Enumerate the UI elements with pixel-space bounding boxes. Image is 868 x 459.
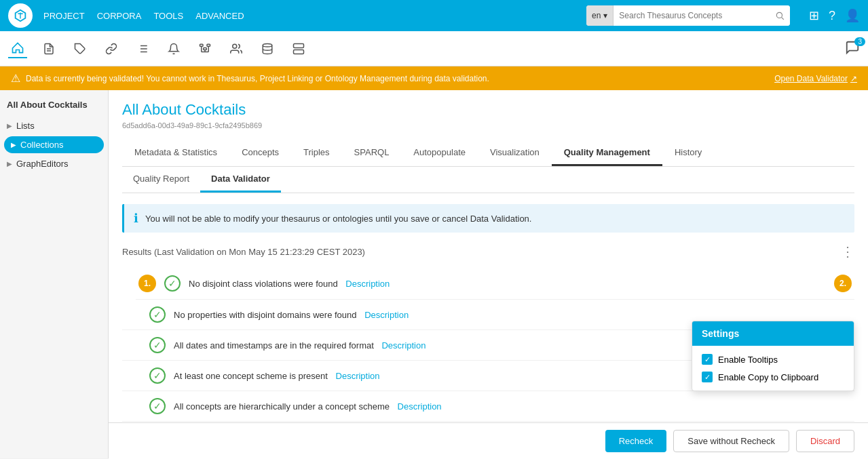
tab-quality-management[interactable]: Quality Management xyxy=(552,140,662,166)
sub-tabs: Quality Report Data Validator xyxy=(122,167,854,193)
main-tabs: Metadata & Statistics Concepts Triples S… xyxy=(122,140,854,167)
save-without-recheck-button[interactable]: Save without Recheck xyxy=(673,430,789,452)
tag-toolbar-icon[interactable] xyxy=(71,39,90,58)
svg-rect-20 xyxy=(294,43,304,47)
database-toolbar-icon[interactable] xyxy=(258,39,277,58)
step-badge-2: 2. xyxy=(834,275,852,292)
discard-button[interactable]: Discard xyxy=(796,430,854,452)
validation-item-5: ✓ All concepts are hierarchically under … xyxy=(122,391,854,422)
warning-icon: ⚠ xyxy=(11,72,20,85)
info-icon: ℹ xyxy=(134,211,138,226)
enable-clipboard-label: Enable Copy to Clipboard xyxy=(718,372,818,382)
description-link-3[interactable]: Description xyxy=(381,340,426,351)
tab-triples[interactable]: Triples xyxy=(291,140,342,166)
settings-popup: Settings ✓ Enable Tooltips ✓ Enable Copy… xyxy=(692,321,854,391)
secondary-toolbar: 3 xyxy=(0,31,868,66)
recheck-button[interactable]: Recheck xyxy=(605,430,667,452)
top-nav-icons: ⊞ ? 👤 xyxy=(809,8,860,23)
server-toolbar-icon[interactable] xyxy=(289,39,308,58)
user-profile-icon[interactable]: 👤 xyxy=(845,8,860,23)
nav-menu: PROJECT CORPORA TOOLS ADVANCED xyxy=(43,11,244,21)
sub-tab-data-validator[interactable]: Data Validator xyxy=(200,167,281,193)
chat-notification-badge: 3 xyxy=(854,37,865,46)
chevron-right-icon: ▶ xyxy=(7,122,12,129)
tab-metadata-statistics[interactable]: Metadata & Statistics xyxy=(122,140,229,166)
lang-label: en xyxy=(592,11,601,20)
bottom-action-bar: Recheck Save without Recheck Discard xyxy=(109,422,868,458)
sidebar-item-grapheditors[interactable]: ▶ GraphEditors xyxy=(0,155,108,173)
page-title: All About Cocktails xyxy=(122,101,854,119)
user-mgmt-toolbar-icon[interactable] xyxy=(227,39,246,58)
tab-sparql[interactable]: SPARQL xyxy=(342,140,402,166)
app-logo[interactable] xyxy=(8,3,33,28)
svg-rect-12 xyxy=(207,44,210,46)
validation-text-2: No properties with disjoint domains were… xyxy=(174,310,409,320)
svg-rect-21 xyxy=(294,49,304,54)
info-box: ℹ You will not be able to modify your th… xyxy=(122,204,854,233)
nav-tools[interactable]: TOOLS xyxy=(153,11,183,21)
svg-rect-11 xyxy=(200,44,204,46)
top-navigation: PROJECT CORPORA TOOLS ADVANCED en ▾ ⊞ ? … xyxy=(0,0,868,31)
main-layout: All About Cocktails ▶ Lists ▶ Collection… xyxy=(0,90,868,458)
step-badge-1: 1. xyxy=(138,275,156,292)
settings-popup-body: ✓ Enable Tooltips ✓ Enable Copy to Clipb… xyxy=(692,346,854,391)
description-link-5[interactable]: Description xyxy=(398,401,442,412)
chat-icon-container[interactable]: 3 xyxy=(845,40,860,57)
enable-tooltips-checkbox[interactable]: ✓ xyxy=(702,354,713,365)
enable-clipboard-checkbox[interactable]: ✓ xyxy=(702,372,713,382)
search-button[interactable] xyxy=(770,5,790,26)
tab-autopopulate[interactable]: Autopopulate xyxy=(401,140,478,166)
validation-text-3: All dates and timestamps are in the requ… xyxy=(174,340,426,351)
svg-point-0 xyxy=(776,12,782,18)
check-success-icon-2: ✓ xyxy=(149,306,166,323)
page-subtitle: 6d5add6a-00d3-49a9-89c1-9cfa2495b869 xyxy=(122,121,854,129)
sidebar-item-collections[interactable]: ▶ Collections xyxy=(4,136,104,153)
sidebar-item-lists[interactable]: ▶ Lists xyxy=(0,117,108,135)
grid-icon[interactable]: ⊞ xyxy=(809,8,819,23)
description-link-4[interactable]: Description xyxy=(336,371,380,381)
sidebar: All About Cocktails ▶ Lists ▶ Collection… xyxy=(0,90,109,458)
nav-advanced[interactable]: ADVANCED xyxy=(195,11,244,21)
list-toolbar-icon[interactable] xyxy=(133,39,152,58)
bell-toolbar-icon[interactable] xyxy=(164,39,183,58)
svg-rect-13 xyxy=(204,47,207,49)
svg-point-18 xyxy=(233,44,237,48)
info-message: You will not be able to modify your thes… xyxy=(145,214,531,224)
description-link-1[interactable]: Description xyxy=(345,279,390,289)
home-toolbar-icon[interactable] xyxy=(8,39,27,58)
external-link-icon: ↗ xyxy=(850,74,857,83)
banner-message: Data is currently being validated! You c… xyxy=(26,74,489,83)
svg-point-19 xyxy=(263,43,272,47)
enable-tooltips-label: Enable Tooltips xyxy=(718,355,778,365)
chevron-right-icon-active: ▶ xyxy=(11,141,16,148)
check-success-icon-3: ✓ xyxy=(149,337,166,353)
sidebar-project-name: All About Cocktails xyxy=(0,97,108,117)
tab-visualization[interactable]: Visualization xyxy=(478,140,552,166)
chevron-right-icon-ge: ▶ xyxy=(7,160,12,167)
search-bar: en ▾ xyxy=(586,5,790,26)
document-toolbar-icon[interactable] xyxy=(39,39,58,58)
nav-project[interactable]: PROJECT xyxy=(43,11,85,21)
sidebar-label-lists: Lists xyxy=(16,121,35,131)
help-icon[interactable]: ? xyxy=(829,9,835,23)
settings-row-clipboard: ✓ Enable Copy to Clipboard xyxy=(702,372,844,382)
link-toolbar-icon[interactable] xyxy=(102,39,121,58)
sub-tab-quality-report[interactable]: Quality Report xyxy=(122,167,200,193)
results-header: Results (Last Validation on Mon May 15 2… xyxy=(122,243,854,260)
results-title: Results (Last Validation on Mon May 15 2… xyxy=(122,247,365,257)
hierarchy-toolbar-icon[interactable] xyxy=(195,39,214,58)
validation-text-4: At least one concept scheme is present D… xyxy=(174,371,380,381)
validation-text-1: No disjoint class violations were found … xyxy=(189,279,390,289)
tab-concepts[interactable]: Concepts xyxy=(229,140,291,166)
language-selector[interactable]: en ▾ xyxy=(586,5,614,26)
main-content: All About Cocktails 6d5add6a-00d3-49a9-8… xyxy=(109,90,868,458)
nav-corpora[interactable]: CORPORA xyxy=(97,11,142,21)
tab-history[interactable]: History xyxy=(662,140,714,166)
validation-text-5: All concepts are hierarchically under a … xyxy=(174,401,442,412)
chevron-down-icon: ▾ xyxy=(603,11,607,20)
description-link-2[interactable]: Description xyxy=(364,310,409,320)
more-options-icon[interactable]: ⋮ xyxy=(841,243,854,260)
search-input[interactable] xyxy=(614,11,770,20)
open-data-validator-link[interactable]: Open Data Validator ↗ xyxy=(774,74,857,83)
check-success-icon-1: ✓ xyxy=(164,275,181,292)
